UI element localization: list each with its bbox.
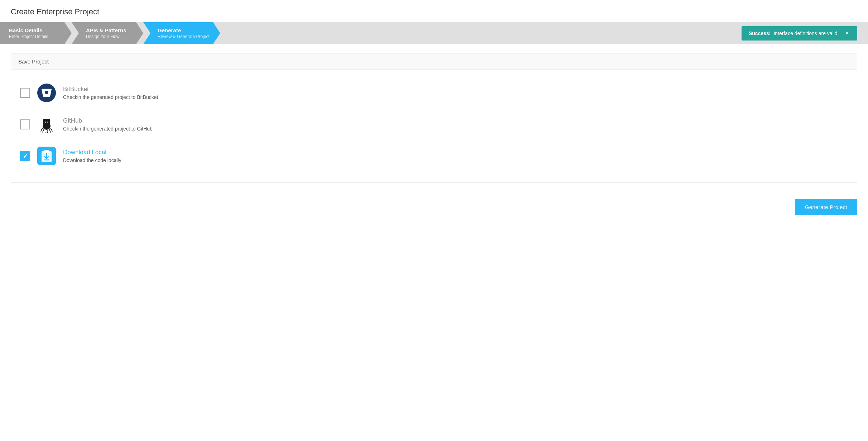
download-checkbox[interactable] bbox=[20, 151, 30, 161]
success-notification: Success! Interface definitions are valid… bbox=[742, 26, 857, 41]
notification-bold-text: Success! bbox=[749, 30, 771, 36]
bitbucket-option-text: BitBucket Checkin the generated project … bbox=[63, 86, 848, 100]
save-project-body: BitBucket Checkin the generated project … bbox=[11, 70, 857, 182]
step-generate-sublabel: Review & Generate Project bbox=[158, 34, 210, 39]
step-apis-patterns-sublabel: Design Your Flow bbox=[86, 34, 133, 39]
step-basic-details[interactable]: Basic Details Enter Project Details bbox=[0, 22, 72, 44]
save-project-card: Save Project BitBucket Chec bbox=[11, 53, 857, 183]
download-svg-icon bbox=[41, 149, 52, 163]
page-wrapper: Create Enterprise Project Basic Details … bbox=[0, 0, 868, 441]
github-title: GitHub bbox=[63, 117, 848, 124]
github-description: Checkin the generated project to GitHub bbox=[63, 126, 848, 132]
bitbucket-description: Checkin the generated project to BitBuck… bbox=[63, 94, 848, 100]
stepper-container: Basic Details Enter Project Details APIs… bbox=[0, 22, 868, 44]
download-description: Download the code locally bbox=[63, 157, 848, 163]
download-title: Download Local bbox=[63, 149, 848, 156]
bitbucket-checkbox-wrapper[interactable] bbox=[20, 88, 30, 98]
bottom-toolbar: Generate Project bbox=[0, 192, 868, 222]
download-icon-wrapper bbox=[37, 147, 56, 165]
svg-point-5 bbox=[47, 122, 48, 123]
svg-point-4 bbox=[45, 122, 46, 123]
option-row-github: GitHub Checkin the generated project to … bbox=[20, 109, 848, 140]
download-option-text: Download Local Download the code locally bbox=[63, 149, 848, 163]
main-content: Save Project BitBucket Chec bbox=[0, 44, 868, 192]
bitbucket-icon-wrapper bbox=[37, 84, 56, 102]
github-option-text: GitHub Checkin the generated project to … bbox=[63, 117, 848, 132]
step-apis-patterns-label: APIs & Patterns bbox=[86, 27, 133, 33]
svg-rect-7 bbox=[44, 150, 49, 153]
github-checkbox-wrapper[interactable] bbox=[20, 119, 30, 129]
option-row-download-local: ✓ bbox=[20, 140, 848, 172]
bitbucket-checkbox[interactable] bbox=[20, 88, 30, 98]
step-apis-patterns[interactable]: APIs & Patterns Design Your Flow bbox=[72, 22, 143, 44]
github-svg-icon bbox=[38, 115, 56, 133]
step-basic-details-label: Basic Details bbox=[9, 27, 61, 33]
bitbucket-svg-icon bbox=[41, 87, 52, 98]
option-row-bitbucket: BitBucket Checkin the generated project … bbox=[20, 77, 848, 109]
github-checkbox[interactable] bbox=[20, 119, 30, 129]
svg-point-3 bbox=[48, 119, 50, 122]
notification-close-button[interactable]: × bbox=[844, 30, 850, 36]
step-basic-details-sublabel: Enter Project Details bbox=[9, 34, 61, 39]
github-icon-wrapper bbox=[37, 115, 56, 134]
bitbucket-title: BitBucket bbox=[63, 86, 848, 93]
notification-message: Interface definitions are valid bbox=[773, 30, 837, 36]
save-project-header: Save Project bbox=[11, 53, 857, 70]
step-generate[interactable]: Generate Review & Generate Project bbox=[143, 22, 220, 44]
download-checkbox-wrapper[interactable]: ✓ bbox=[20, 151, 30, 161]
page-title: Create Enterprise Project bbox=[0, 0, 868, 22]
generate-project-button[interactable]: Generate Project bbox=[795, 199, 857, 215]
step-generate-label: Generate bbox=[158, 27, 210, 33]
stepper: Basic Details Enter Project Details APIs… bbox=[0, 22, 868, 44]
svg-point-2 bbox=[43, 119, 45, 122]
